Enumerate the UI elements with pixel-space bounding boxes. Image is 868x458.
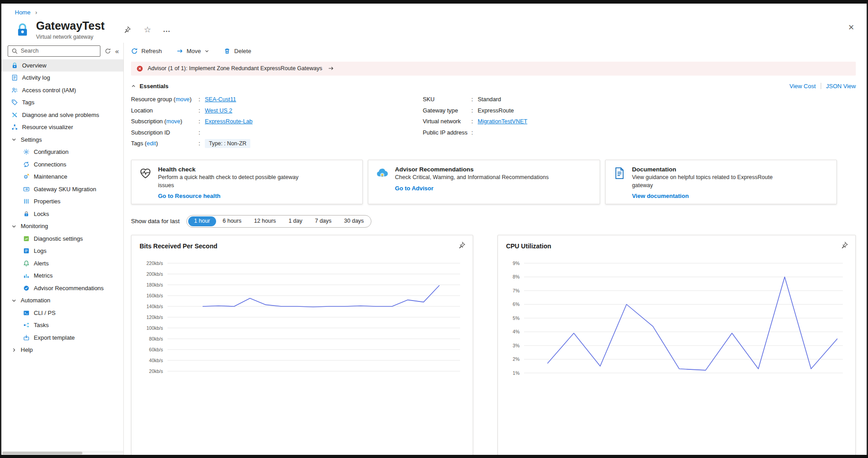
sidebar-item-properties[interactable]: Properties	[1, 195, 123, 208]
edit-link[interactable]: edit	[147, 140, 156, 147]
sidebar-item-locks[interactable]: Locks	[1, 208, 123, 220]
sidebar-item-maintenance[interactable]: Maintenance	[1, 171, 123, 183]
sidebar-item-configuration[interactable]: Configuration	[1, 146, 123, 158]
pin-icon[interactable]	[841, 242, 848, 249]
colon: :	[199, 140, 205, 147]
connections-icon	[23, 161, 30, 168]
sidebar-item-label: Tasks	[34, 322, 49, 328]
sidebar-item-label: Settings	[21, 136, 42, 143]
card-body: DocumentationView guidance on helpful to…	[632, 166, 787, 198]
essentials-row-sku: SKU:Standard	[423, 94, 856, 105]
sidebar-nav: OverviewActivity logAccess control (IAM)…	[1, 59, 123, 455]
pin-icon[interactable]	[458, 242, 466, 249]
delete-button[interactable]: Delete	[224, 48, 251, 54]
sidebar-item-tasks[interactable]: Tasks	[1, 319, 123, 332]
view-cost-link[interactable]: View Cost	[789, 83, 815, 90]
advisor-banner[interactable]: Advisor (1 of 1): Implement Zone Redunda…	[131, 62, 856, 76]
breadcrumb-chevron-icon: ›	[35, 9, 37, 16]
close-button[interactable]: ×	[848, 22, 854, 32]
sidebar-item-monitoring[interactable]: Monitoring	[1, 220, 123, 233]
sidebar-item-settings[interactable]: Settings	[1, 134, 123, 146]
tag-chip[interactable]: Type: : Non-ZR	[205, 139, 250, 148]
sidebar-refresh-icon[interactable]	[104, 48, 111, 54]
essentials-row-public-ip-address: Public IP address:	[423, 127, 856, 138]
sidebar-item-overview[interactable]: Overview	[1, 59, 123, 72]
essentials-label: Gateway type	[423, 107, 471, 114]
colon: :	[199, 96, 205, 103]
go-to-resource-health-link[interactable]: Go to Resource health	[158, 193, 221, 199]
essentials-value-link[interactable]: SEA-Cust11	[205, 96, 236, 103]
time-pill-7-days[interactable]: 7 days	[309, 216, 337, 226]
sidebar-item-diagnose-and-solve-problems[interactable]: Diagnose and solve problems	[1, 109, 123, 121]
sidebar-item-tags[interactable]: Tags	[1, 96, 123, 109]
title-block: GatewayTest Virtual network gateway	[36, 20, 104, 40]
essentials-value-link[interactable]: West US 2	[205, 107, 232, 114]
move-link[interactable]: move	[176, 96, 190, 103]
svg-text:200kb/s: 200kb/s	[146, 271, 163, 276]
time-pill-6-hours[interactable]: 6 hours	[217, 216, 248, 226]
svg-text:7%: 7%	[513, 287, 520, 293]
time-pill-30-days[interactable]: 30 days	[338, 216, 370, 226]
advisor-icon	[23, 285, 30, 292]
chevron-down-icon	[11, 224, 17, 229]
sidebar-item-gateway-sku-migration[interactable]: Gateway SKU Migration	[1, 183, 123, 196]
search-input[interactable]	[21, 48, 97, 54]
sidebar-item-automation[interactable]: Automation	[1, 294, 123, 307]
chevron-right-icon	[11, 347, 17, 353]
sidebar-item-label: Overview	[22, 62, 46, 69]
essentials-right-column: SKU:StandardGateway type:ExpressRouteVir…	[423, 94, 856, 149]
more-options-icon[interactable]: …	[163, 28, 171, 32]
breadcrumb-home-link[interactable]: Home	[15, 9, 31, 16]
sidebar-search-row: «	[1, 44, 123, 59]
sidebar-item-access-control-iam[interactable]: Access control (IAM)	[1, 84, 123, 97]
cli-icon	[23, 310, 30, 316]
move-link[interactable]: move	[166, 118, 180, 125]
essentials-label: SKU	[423, 96, 471, 103]
chevron-up-icon[interactable]	[131, 84, 136, 89]
sidebar-item-connections[interactable]: Connections	[1, 158, 123, 171]
sidebar-horizontal-scrollbar[interactable]	[1, 451, 123, 455]
essentials-value-link[interactable]: MigrationTestVNET	[478, 118, 527, 125]
sidebar-item-logs[interactable]: Logs	[1, 245, 123, 257]
sidebar-item-metrics[interactable]: Metrics	[1, 269, 123, 282]
page: Home › × GatewayTest Virtual network gat…	[0, 4, 868, 455]
sidebar-item-diagnostic-settings[interactable]: Diagnostic settings	[1, 233, 123, 245]
sidebar-searchbox	[8, 45, 100, 57]
card-title: Advisor Recommendations	[395, 166, 548, 173]
pin-icon[interactable]	[123, 26, 131, 34]
json-view-link[interactable]: JSON View	[826, 83, 856, 90]
sidebar-item-label: Connections	[34, 161, 66, 168]
essentials-row-gateway-type: Gateway type:ExpressRoute	[423, 105, 856, 116]
chart-title: CPU Utilization	[506, 242, 847, 250]
view-documentation-link[interactable]: View documentation	[632, 193, 689, 199]
time-pill-1-day[interactable]: 1 day	[283, 216, 308, 226]
sidebar-collapse-icon[interactable]: «	[115, 47, 119, 55]
time-range-row: Show data for last 1 hour6 hours12 hours…	[131, 215, 856, 228]
sidebar: « OverviewActivity logAccess control (IA…	[1, 43, 124, 455]
time-pill-1-hour[interactable]: 1 hour	[188, 216, 216, 226]
essentials-value-link[interactable]: ExpressRoute-Lab	[205, 118, 253, 125]
move-label: Move	[187, 48, 201, 54]
sidebar-item-label: CLI / PS	[34, 310, 55, 316]
go-to-advisor-link[interactable]: Go to Advisor	[395, 185, 433, 192]
sidebar-item-activity-log[interactable]: Activity log	[1, 72, 123, 84]
colon: :	[471, 96, 478, 103]
sidebar-item-help[interactable]: Help	[1, 344, 123, 356]
page-subtitle: Virtual network gateway	[36, 34, 104, 40]
sidebar-item-advisor-recommendations[interactable]: Advisor Recommendations	[1, 282, 123, 295]
move-button[interactable]: Move	[176, 48, 210, 54]
favorite-star-icon[interactable]: ☆	[144, 26, 151, 34]
svg-text:40kb/s: 40kb/s	[149, 357, 163, 363]
sidebar-item-alerts[interactable]: Alerts	[1, 257, 123, 270]
sidebar-item-export-template[interactable]: Export template	[1, 332, 123, 344]
svg-text:120kb/s: 120kb/s	[146, 314, 163, 319]
maintenance-icon	[23, 173, 30, 180]
sidebar-item-cli-ps[interactable]: CLI / PS	[1, 307, 123, 319]
refresh-button[interactable]: Refresh	[131, 48, 162, 54]
colon: :	[471, 129, 478, 136]
sidebar-item-resource-visualizer[interactable]: Resource visualizer	[1, 121, 123, 134]
svg-text:140kb/s: 140kb/s	[146, 303, 163, 309]
divider	[821, 83, 821, 89]
chevron-down-icon	[11, 137, 17, 142]
time-pill-12-hours[interactable]: 12 hours	[248, 216, 282, 226]
